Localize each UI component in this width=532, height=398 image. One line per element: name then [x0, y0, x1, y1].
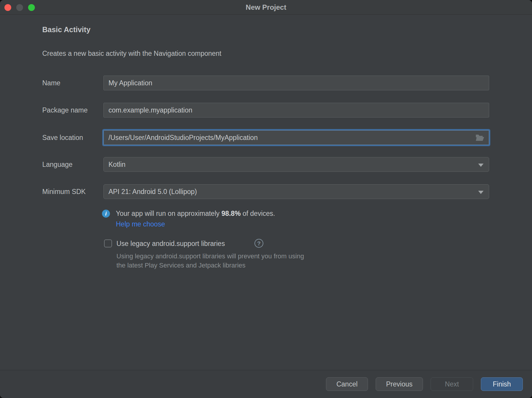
name-label: Name — [42, 76, 60, 90]
minimum-sdk-selected-value: API 21: Android 5.0 (Lollipop) — [108, 188, 197, 195]
template-title: Basic Activity — [42, 25, 90, 34]
info-icon: i — [102, 210, 110, 218]
help-me-choose-link[interactable]: Help me choose — [116, 220, 165, 228]
zoom-icon[interactable] — [28, 4, 35, 11]
cancel-button[interactable]: Cancel — [326, 377, 368, 391]
chevron-down-icon — [478, 191, 484, 194]
save-location-input[interactable] — [103, 130, 489, 145]
language-select[interactable]: Kotlin — [103, 157, 489, 172]
legacy-libraries-label[interactable]: Use legacy android.support libraries — [116, 239, 225, 248]
package-name-input[interactable] — [103, 103, 489, 118]
window-title: New Project — [0, 0, 532, 15]
minimum-sdk-label: Minimum SDK — [42, 184, 86, 199]
sdk-coverage-text: Your app will run on approximately 98.8%… — [116, 210, 275, 218]
minimize-icon — [16, 4, 23, 11]
dialog-footer: Cancel Previous Next Finish — [0, 370, 532, 398]
package-name-label: Package name — [42, 103, 87, 118]
minimum-sdk-select[interactable]: API 21: Android 5.0 (Lollipop) — [103, 184, 489, 199]
language-label: Language — [42, 157, 72, 172]
sdk-coverage-percentage: 98.8% — [221, 210, 241, 217]
legacy-libraries-description: Using legacy android.support libraries w… — [116, 252, 304, 270]
sdk-coverage-text-after: of devices. — [241, 210, 275, 217]
chevron-down-icon — [478, 164, 484, 167]
name-input[interactable] — [103, 76, 489, 90]
template-description: Creates a new basic activity with the Na… — [42, 50, 221, 58]
legacy-description-line1: Using legacy android.support libraries w… — [116, 252, 304, 261]
help-question-icon[interactable]: ? — [254, 239, 263, 248]
next-button: Next — [431, 377, 473, 391]
finish-button[interactable]: Finish — [481, 377, 523, 391]
save-location-label: Save location — [42, 130, 83, 145]
close-icon[interactable] — [4, 4, 11, 11]
legacy-description-line2: the latest Play Services and Jetpack lib… — [116, 261, 304, 270]
title-bar: New Project — [0, 0, 532, 15]
browse-folder-icon[interactable] — [475, 133, 484, 142]
sdk-coverage-text-before: Your app will run on approximately — [116, 210, 221, 217]
previous-button[interactable]: Previous — [376, 377, 423, 391]
new-project-dialog: New Project Basic Activity Creates a new… — [0, 0, 532, 398]
legacy-libraries-checkbox[interactable] — [104, 239, 112, 247]
language-selected-value: Kotlin — [108, 161, 126, 168]
